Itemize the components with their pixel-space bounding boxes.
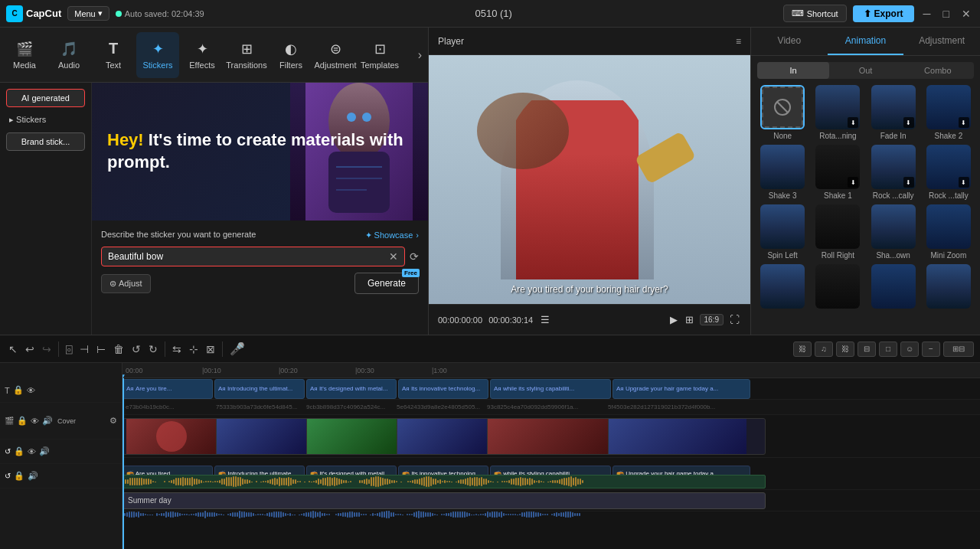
adjust-track-icon[interactable]: ⚙ bbox=[109, 416, 117, 426]
split-button[interactable]: ⌻ bbox=[64, 341, 74, 358]
tab-animation[interactable]: Animation bbox=[828, 28, 904, 55]
anim-none-item[interactable]: None bbox=[757, 85, 808, 140]
tool-stickers[interactable]: ✦ Stickers bbox=[136, 32, 179, 78]
minimize-button[interactable]: ─ bbox=[920, 8, 934, 20]
video-clip-main[interactable] bbox=[122, 418, 766, 455]
export-button[interactable]: ⬆ Export bbox=[853, 5, 914, 22]
text-clip-2[interactable]: Aя Introducing the ultimat... bbox=[214, 379, 305, 399]
shuffle-icon[interactable]: ⟳ bbox=[410, 250, 419, 263]
close-button[interactable]: ✕ bbox=[959, 8, 974, 20]
anim-shake3-item[interactable]: Shake 3 bbox=[757, 145, 808, 200]
transform-button[interactable]: ⊹ bbox=[187, 341, 201, 358]
anim-rollright-item[interactable]: Roll Right bbox=[812, 204, 863, 260]
tool-filters[interactable]: ◐ Filters bbox=[270, 32, 312, 78]
crop-button[interactable]: ⊠ bbox=[204, 341, 217, 358]
audio-sync[interactable]: ♫ bbox=[815, 341, 833, 357]
anim-extra2-item[interactable] bbox=[812, 264, 863, 311]
sidebar-item-stickers[interactable]: ▸ Stickers bbox=[6, 112, 85, 128]
eye-icon[interactable]: 👁 bbox=[27, 386, 35, 395]
showcase-link[interactable]: ✦ Showcase › bbox=[365, 230, 419, 240]
text-clip-3[interactable]: Aя It's designed with metal... bbox=[306, 379, 397, 399]
prompt-input-wrap[interactable]: Beautiful bow ✕ bbox=[101, 247, 405, 266]
tool-templates[interactable]: ⊡ Templates bbox=[358, 32, 401, 78]
link-video-audio[interactable]: ⛓ bbox=[793, 341, 812, 357]
prompt-clear-button[interactable]: ✕ bbox=[389, 250, 398, 263]
shortcut-button[interactable]: ⌨ Shortcut bbox=[783, 5, 847, 22]
unlink-button[interactable]: ⛓ bbox=[836, 341, 854, 357]
fit-screen-button[interactable]: ⊞ bbox=[684, 312, 695, 327]
redo-button[interactable]: ↪ bbox=[40, 341, 54, 358]
loop-button[interactable]: ↺ bbox=[129, 341, 143, 358]
ruler-mark-100: |1:00 bbox=[430, 367, 507, 374]
fullscreen-button[interactable]: ⛶ bbox=[728, 312, 741, 327]
lock-icon[interactable]: 🔒 bbox=[13, 385, 24, 395]
ai-generated-button[interactable]: AI generated bbox=[6, 89, 85, 107]
anim-extra2-thumb bbox=[815, 264, 860, 309]
right-panel: Video Animation Adjustment In Out Combo … bbox=[750, 28, 980, 335]
text-clip-4[interactable]: Aя Its innovative technolog... bbox=[398, 379, 488, 399]
brand-stickers-button[interactable]: Brand stick... bbox=[6, 132, 85, 151]
summer-day-clip[interactable]: Summer day bbox=[122, 492, 766, 509]
delete-button[interactable]: 🗑 bbox=[111, 341, 126, 358]
vol-icon4[interactable]: 🔊 bbox=[28, 471, 38, 481]
anim-fadein-item[interactable]: ⬇ Fade In bbox=[868, 85, 919, 140]
anim-extra4-item[interactable] bbox=[923, 264, 974, 311]
restore-button[interactable]: □ bbox=[940, 8, 952, 20]
video-track[interactable] bbox=[122, 415, 980, 458]
text-clip-6[interactable]: Aя Upgrade your hair game today a... bbox=[612, 379, 750, 399]
lock-icon4[interactable]: 🔒 bbox=[14, 471, 24, 481]
text-clip-5[interactable]: Aя while its styling capabiliti... bbox=[490, 379, 611, 399]
anim-rotating-item[interactable]: ⬇ Rota...ning bbox=[812, 85, 863, 140]
lock-icon3[interactable]: 🔒 bbox=[14, 446, 24, 456]
prompt-input[interactable]: Beautiful bow bbox=[108, 251, 389, 262]
anim-rocktally-item[interactable]: ⬇ Rock ...tally bbox=[923, 145, 974, 200]
play-button[interactable]: ▶ bbox=[668, 312, 679, 327]
anim-minizoom-item[interactable]: Mini Zoom bbox=[923, 204, 974, 260]
toolbar-more-button[interactable]: › bbox=[415, 45, 425, 65]
emoji-button[interactable]: ☺ bbox=[900, 341, 919, 357]
eye-icon2[interactable]: 👁 bbox=[31, 417, 39, 426]
export-icon: ⬆ bbox=[864, 8, 871, 19]
anim-extra3-item[interactable] bbox=[868, 264, 919, 311]
anim-rockcally-item[interactable]: ⬇ Rock ...cally bbox=[868, 145, 919, 200]
audio-icon2[interactable]: 🔊 bbox=[42, 416, 53, 426]
adjust-icon: ⊜ bbox=[109, 279, 116, 289]
align-button[interactable]: ⊟ bbox=[858, 341, 876, 357]
playhead[interactable] bbox=[122, 378, 124, 549]
tool-text[interactable]: T Text bbox=[92, 32, 135, 78]
tool-audio[interactable]: 🎵 Audio bbox=[47, 32, 90, 78]
text-clip-1[interactable]: Aя Are you tire... bbox=[122, 379, 213, 399]
flip-h-button[interactable]: ⇆ bbox=[170, 341, 184, 358]
subtab-in[interactable]: In bbox=[757, 62, 829, 79]
subtab-combo[interactable]: Combo bbox=[902, 62, 974, 79]
anim-spinleft-item[interactable]: Spin Left bbox=[757, 204, 808, 260]
caption-button[interactable]: □ bbox=[879, 341, 897, 357]
generate-button[interactable]: Generate Free bbox=[354, 273, 419, 294]
anim-shadow-item[interactable]: Sha...own bbox=[868, 204, 919, 260]
tab-adjustment[interactable]: Adjustment bbox=[903, 28, 980, 55]
menu-button[interactable]: Menu ▾ bbox=[67, 6, 109, 21]
anim-shake2-item[interactable]: ⬇ Shake 2 bbox=[923, 85, 974, 140]
tool-effects[interactable]: ✦ Effects bbox=[181, 32, 224, 78]
subtab-out[interactable]: Out bbox=[829, 62, 901, 79]
reverse-button[interactable]: ↻ bbox=[146, 341, 160, 358]
trim-start-button[interactable]: ⊣ bbox=[77, 341, 91, 358]
tool-transitions[interactable]: ⊞ Transitions bbox=[225, 32, 268, 78]
adjust-button[interactable]: ⊜ Adjust bbox=[101, 274, 151, 293]
right-tabs: Video Animation Adjustment bbox=[751, 28, 980, 56]
tab-video[interactable]: Video bbox=[751, 28, 828, 55]
anim-shake1-item[interactable]: ⬇ Shake 1 bbox=[812, 145, 863, 200]
anim-extra1-item[interactable] bbox=[757, 264, 808, 311]
vol-icon3[interactable]: 🔊 bbox=[39, 446, 50, 456]
trim-end-button[interactable]: ⊢ bbox=[94, 341, 108, 358]
minus-button[interactable]: − bbox=[922, 341, 940, 357]
cursor-tool[interactable]: ↖ bbox=[6, 341, 20, 358]
lock-icon2[interactable]: 🔒 bbox=[17, 416, 28, 426]
tool-adjustment[interactable]: ⊜ Adjustment bbox=[314, 32, 357, 78]
tool-media[interactable]: 🎬 Media bbox=[3, 32, 46, 78]
mic-button[interactable]: 🎤 bbox=[227, 339, 247, 358]
player-menu-icon[interactable]: ≡ bbox=[736, 36, 741, 47]
eye-icon3[interactable]: 👁 bbox=[28, 447, 36, 456]
list-view-button[interactable]: ☰ bbox=[539, 312, 551, 327]
undo-button[interactable]: ↩ bbox=[23, 341, 37, 358]
